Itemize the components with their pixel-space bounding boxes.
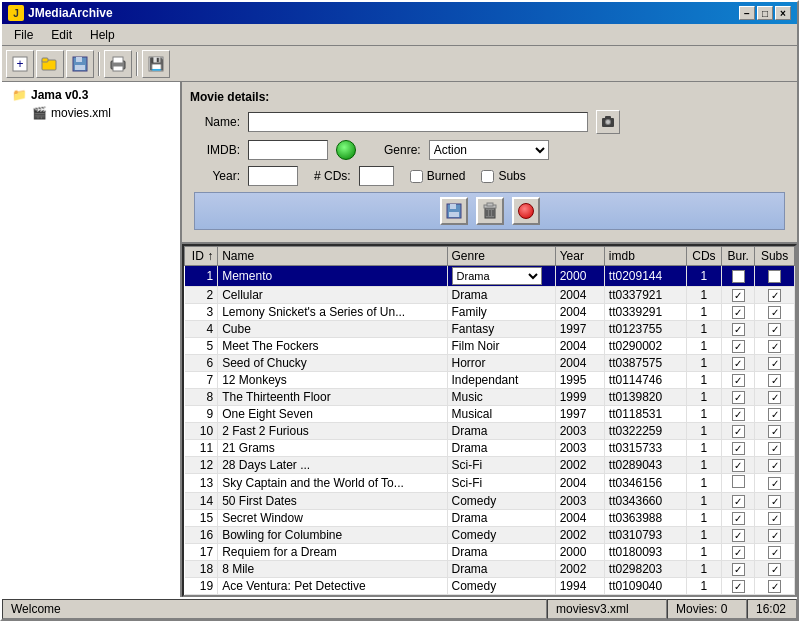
checkbox[interactable] [732, 408, 745, 421]
year-input[interactable] [248, 166, 298, 186]
col-header-id[interactable]: ID ↑ [185, 247, 218, 266]
menu-file[interactable]: File [6, 26, 41, 44]
col-header-subs[interactable]: Subs [755, 247, 795, 266]
table-row[interactable]: 1 Memento DramaFamilyFantasy Film NoirHo… [185, 266, 795, 287]
subs-cell[interactable] [755, 372, 795, 389]
checkbox[interactable] [732, 357, 745, 370]
col-header-name[interactable]: Name [218, 247, 447, 266]
table-row[interactable]: 2 Cellular Drama 2004 tt0337921 1 [185, 287, 795, 304]
sidebar-root-item[interactable]: 📁 Jama v0.3 [8, 86, 176, 104]
table-row[interactable]: 11 21 Grams Drama 2003 tt0315733 1 [185, 440, 795, 457]
bur-cell[interactable] [722, 493, 755, 510]
toolbar-export-button[interactable]: 💾 [142, 50, 170, 78]
genre-cell-select[interactable]: DramaFamilyFantasy Film NoirHorrorIndepe… [452, 267, 542, 285]
checkbox[interactable] [768, 529, 781, 542]
table-row[interactable]: 3 Lemony Snicket's a Series of Un... Fam… [185, 304, 795, 321]
name-input[interactable] [248, 112, 588, 132]
checkbox[interactable] [732, 529, 745, 542]
table-row[interactable]: 13 Sky Captain and the World of To... Sc… [185, 474, 795, 493]
checkbox[interactable] [768, 512, 781, 525]
table-row[interactable]: 6 Seed of Chucky Horror 2004 tt0387575 1 [185, 355, 795, 372]
bur-cell[interactable] [722, 372, 755, 389]
bur-cell[interactable] [722, 440, 755, 457]
table-row[interactable]: 16 Bowling for Columbine Comedy 2002 tt0… [185, 527, 795, 544]
bur-cell[interactable] [722, 578, 755, 595]
toolbar-save-button[interactable] [66, 50, 94, 78]
checkbox[interactable] [732, 512, 745, 525]
maximize-button[interactable]: □ [757, 6, 773, 20]
col-header-bur[interactable]: Bur. [722, 247, 755, 266]
checkbox[interactable] [768, 459, 781, 472]
col-header-genre[interactable]: Genre [447, 247, 555, 266]
subs-cell[interactable] [755, 355, 795, 372]
checkbox[interactable] [768, 270, 781, 283]
subs-cell[interactable] [755, 321, 795, 338]
bur-cell[interactable] [722, 474, 755, 493]
checkbox[interactable] [768, 563, 781, 576]
table-row[interactable]: 5 Meet The Fockers Film Noir 2004 tt0290… [185, 338, 795, 355]
bur-cell[interactable] [722, 321, 755, 338]
checkbox[interactable] [732, 580, 745, 593]
subs-cell[interactable] [755, 406, 795, 423]
table-row[interactable]: 12 28 Days Later ... Sci-Fi 2002 tt02890… [185, 457, 795, 474]
checkbox[interactable] [768, 495, 781, 508]
subs-cell[interactable] [755, 304, 795, 321]
subs-cell[interactable] [755, 440, 795, 457]
subs-cell[interactable] [755, 561, 795, 578]
col-header-imdb[interactable]: imdb [604, 247, 686, 266]
checkbox[interactable] [768, 340, 781, 353]
toolbar-print-button[interactable] [104, 50, 132, 78]
table-row[interactable]: 14 50 First Dates Comedy 2003 tt0343660 … [185, 493, 795, 510]
subs-cell[interactable] [755, 578, 795, 595]
bur-cell[interactable] [722, 355, 755, 372]
bur-cell[interactable] [722, 510, 755, 527]
checkbox[interactable] [768, 391, 781, 404]
imdb-green-button[interactable] [336, 140, 356, 160]
toolbar-new-button[interactable]: + [6, 50, 34, 78]
checkbox[interactable] [768, 408, 781, 421]
table-row[interactable]: 19 Ace Ventura: Pet Detective Comedy 199… [185, 578, 795, 595]
bur-cell[interactable] [722, 561, 755, 578]
checkbox[interactable] [768, 546, 781, 559]
imdb-input[interactable] [248, 140, 328, 160]
camera-button[interactable] [596, 110, 620, 134]
checkbox[interactable] [732, 475, 745, 488]
bur-cell[interactable] [722, 304, 755, 321]
save-record-button[interactable] [440, 197, 468, 225]
subs-cell[interactable] [755, 266, 795, 287]
menu-edit[interactable]: Edit [43, 26, 80, 44]
checkbox[interactable] [732, 391, 745, 404]
checkbox[interactable] [768, 289, 781, 302]
checkbox[interactable] [768, 425, 781, 438]
delete-record-button[interactable] [476, 197, 504, 225]
checkbox[interactable] [768, 477, 781, 490]
checkbox[interactable] [732, 546, 745, 559]
subs-cell[interactable] [755, 474, 795, 493]
genre-cell[interactable]: DramaFamilyFantasy Film NoirHorrorIndepe… [447, 266, 555, 287]
bur-cell[interactable] [722, 266, 755, 287]
minimize-button[interactable]: − [739, 6, 755, 20]
checkbox[interactable] [768, 357, 781, 370]
sidebar-file-item[interactable]: 🎬 movies.xml [28, 104, 176, 122]
subs-cell[interactable] [755, 338, 795, 355]
table-row[interactable]: 17 Requiem for a Dream Drama 2000 tt0180… [185, 544, 795, 561]
checkbox[interactable] [768, 442, 781, 455]
subs-cell[interactable] [755, 527, 795, 544]
checkbox[interactable] [768, 323, 781, 336]
checkbox[interactable] [768, 374, 781, 387]
table-row[interactable]: 10 2 Fast 2 Furious Drama 2003 tt0322259… [185, 423, 795, 440]
subs-cell[interactable] [755, 510, 795, 527]
checkbox[interactable] [732, 563, 745, 576]
bur-cell[interactable] [722, 287, 755, 304]
bur-cell[interactable] [722, 389, 755, 406]
checkbox[interactable] [732, 442, 745, 455]
subs-cell[interactable] [755, 544, 795, 561]
table-row[interactable]: 18 8 Mile Drama 2002 tt0298203 1 [185, 561, 795, 578]
checkbox[interactable] [732, 374, 745, 387]
checkbox[interactable] [732, 270, 745, 283]
checkbox[interactable] [768, 580, 781, 593]
table-row[interactable]: 9 One Eight Seven Musical 1997 tt0118531… [185, 406, 795, 423]
subs-cell[interactable] [755, 493, 795, 510]
table-row[interactable]: 8 The Thirteenth Floor Music 1999 tt0139… [185, 389, 795, 406]
stop-button[interactable] [512, 197, 540, 225]
